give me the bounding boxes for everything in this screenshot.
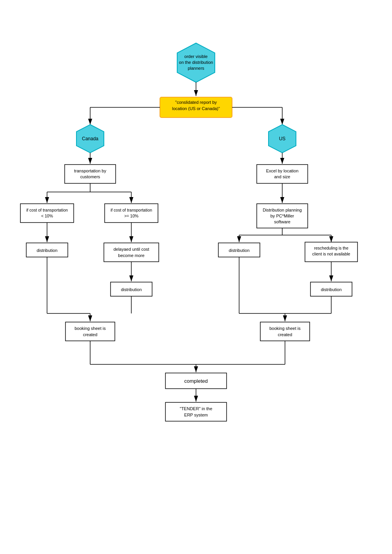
svg-text:"TENDER" in the: "TENDER" in the	[180, 406, 212, 411]
svg-text:client is not available: client is not available	[312, 252, 350, 256]
booking-sheet1-rect	[65, 322, 115, 341]
svg-text:if cost of transportation: if cost of transportation	[111, 208, 152, 212]
order-visible-text: order visible	[184, 54, 207, 59]
excel-rect	[257, 165, 308, 183]
svg-text:on the distribution: on the distribution	[179, 60, 213, 65]
svg-text:booking sheet is: booking sheet is	[269, 326, 301, 331]
tender-rect	[165, 402, 227, 421]
svg-text:"conslidated report by: "conslidated report by	[175, 100, 217, 105]
svg-text:>= 10%: >= 10%	[124, 214, 138, 218]
svg-text:and size: and size	[274, 174, 290, 179]
svg-text:created: created	[278, 332, 292, 337]
svg-text:location (US or Canada)": location (US or Canada)"	[172, 106, 220, 111]
svg-text:rescheduling is the: rescheduling is the	[314, 246, 348, 250]
svg-text:Excel by location: Excel by location	[266, 168, 299, 173]
svg-text:booking sheet is: booking sheet is	[74, 326, 106, 331]
delayed-rect	[104, 243, 159, 262]
svg-text:< 10%: < 10%	[41, 214, 53, 218]
svg-text:distribution: distribution	[121, 287, 142, 292]
svg-text:become more: become more	[118, 253, 144, 258]
cost-gte10-rect	[105, 204, 158, 223]
svg-text:planners: planners	[188, 66, 205, 71]
booking-sheet2-rect	[260, 322, 310, 341]
svg-text:transportation by: transportation by	[74, 168, 106, 173]
svg-text:if cost of transportation: if cost of transportation	[26, 208, 68, 212]
svg-text:Distribution planning: Distribution planning	[263, 208, 302, 212]
svg-text:ERP system: ERP system	[184, 413, 208, 417]
svg-text:created: created	[83, 332, 98, 337]
svg-text:by PC*Miller: by PC*Miller	[270, 214, 294, 218]
svg-text:Canada: Canada	[82, 136, 98, 141]
svg-text:completed: completed	[184, 378, 208, 384]
svg-text:delayaed until cost: delayaed until cost	[113, 247, 149, 252]
page: order visible on the distribution planne…	[0, 0, 392, 554]
svg-text:US: US	[279, 136, 286, 141]
svg-text:distribution: distribution	[36, 248, 57, 253]
svg-text:customers: customers	[80, 174, 100, 179]
cost-lt10-rect	[20, 204, 74, 223]
svg-text:distribution: distribution	[321, 287, 341, 292]
svg-text:software: software	[274, 219, 290, 224]
svg-text:distribution: distribution	[229, 248, 249, 253]
transportation-rect	[65, 165, 116, 183]
flowchart: order visible on the distribution planne…	[0, 0, 392, 431]
